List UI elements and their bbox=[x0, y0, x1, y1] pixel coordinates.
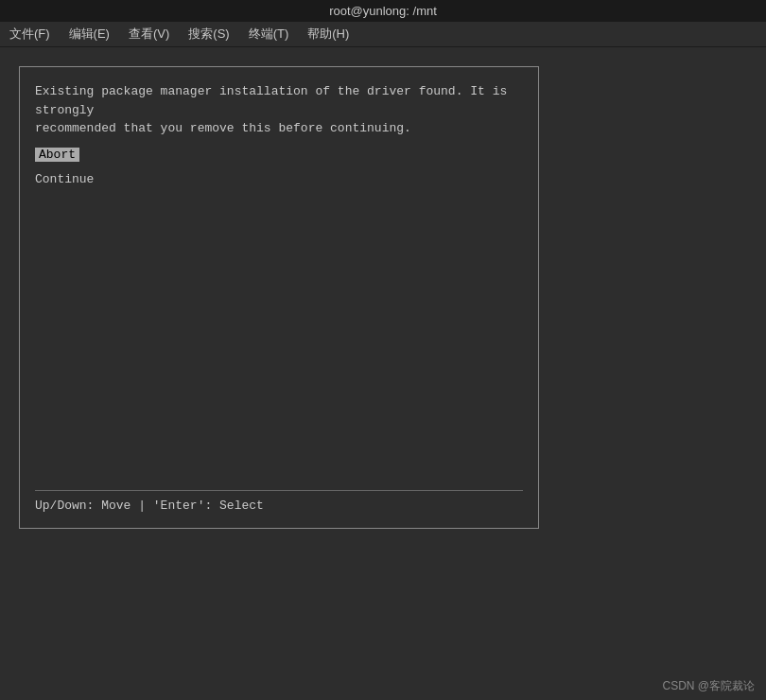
option-abort[interactable]: Abort bbox=[35, 148, 79, 162]
menu-edit[interactable]: 编辑(E) bbox=[67, 26, 112, 43]
message-line1: Existing package manager installation of… bbox=[35, 84, 507, 117]
dialog-spacer bbox=[35, 195, 523, 479]
terminal-area: Existing package manager installation of… bbox=[0, 47, 766, 662]
title-bar: root@yunlong: /mnt bbox=[0, 0, 766, 22]
title-text: root@yunlong: /mnt bbox=[329, 4, 437, 18]
menu-view[interactable]: 查看(V) bbox=[127, 26, 171, 43]
menu-search[interactable]: 搜索(S) bbox=[186, 26, 231, 43]
menu-bar: 文件(F) 编辑(E) 查看(V) 搜索(S) 终端(T) 帮助(H) bbox=[0, 22, 766, 47]
option-continue[interactable]: Continue bbox=[35, 172, 94, 186]
dialog-hint: Up/Down: Move | 'Enter': Select bbox=[35, 490, 523, 513]
menu-help[interactable]: 帮助(H) bbox=[305, 26, 351, 43]
bottom-area: CSDN @客院裁论 bbox=[0, 662, 766, 700]
watermark: CSDN @客院裁论 bbox=[662, 678, 755, 694]
menu-file[interactable]: 文件(F) bbox=[8, 26, 52, 43]
dialog-box: Existing package manager installation of… bbox=[19, 66, 539, 529]
option-continue-container[interactable]: Continue bbox=[35, 170, 523, 187]
dialog-message: Existing package manager installation of… bbox=[35, 82, 523, 138]
menu-terminal[interactable]: 终端(T) bbox=[247, 26, 291, 43]
option-abort-container[interactable]: Abort bbox=[35, 146, 523, 163]
message-line2: recommended that you remove this before … bbox=[35, 121, 411, 135]
